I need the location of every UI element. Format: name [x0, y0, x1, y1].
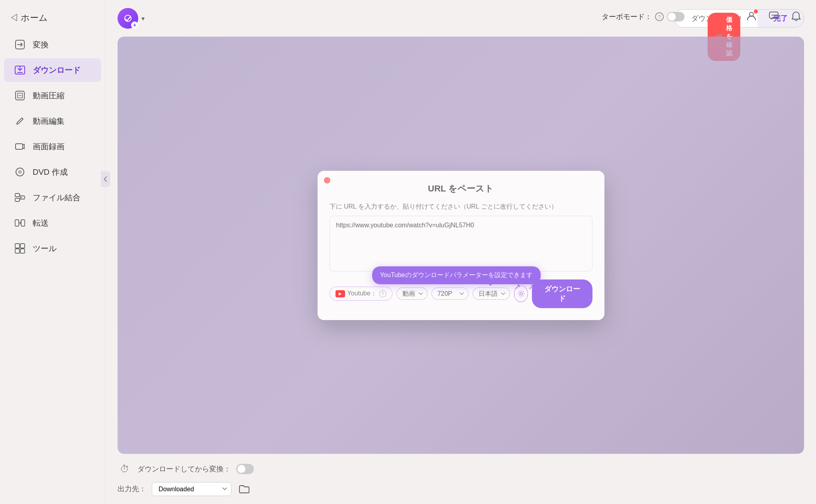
- sidebar-item-tools[interactable]: ツール: [4, 236, 101, 260]
- svg-point-20: [520, 293, 522, 295]
- turbo-mode-control: ターボモード： ?: [602, 12, 685, 21]
- user-notification-dot: [754, 10, 758, 14]
- folder-browse-btn[interactable]: [237, 482, 251, 496]
- sidebar-item-label: ツール: [33, 243, 57, 254]
- sidebar-item-label: 動画圧縮: [33, 90, 65, 101]
- header: + ▾ ダウンロード中 完了 ターボモード： ?: [118, 8, 804, 29]
- svg-rect-7: [15, 198, 20, 201]
- svg-point-19: [775, 15, 776, 16]
- svg-rect-10: [21, 220, 25, 226]
- sidebar-item-dvd[interactable]: DVD 作成: [4, 160, 101, 184]
- record-icon: [14, 140, 26, 153]
- svg-point-17: [772, 15, 773, 16]
- compress-icon: [14, 89, 26, 102]
- svg-rect-12: [20, 244, 25, 248]
- user-icon-btn[interactable]: [743, 8, 759, 24]
- add-plus-icon: +: [131, 21, 138, 29]
- svg-rect-14: [20, 249, 25, 253]
- youtube-icon: [335, 290, 345, 297]
- language-select[interactable]: 日本語 英語 中国語: [473, 287, 510, 300]
- platform-help-icon[interactable]: ?: [379, 290, 386, 297]
- modal-description: 下に URL を入力するか、貼り付けてください（URL ごとに改行してください）: [330, 203, 592, 211]
- main-content: 🛒 価格を確認: [106, 0, 816, 504]
- download-icon: [14, 64, 26, 76]
- bottom-bar: ⏱ ダウンロードしてから変換： 出力先： Downloaded Desktop …: [118, 462, 804, 496]
- modal-backdrop: URL をペースト 下に URL を入力するか、貼り付けてください（URL ごと…: [118, 37, 804, 454]
- sidebar-item-label: 変換: [33, 39, 49, 50]
- modal-title: URL をペースト: [330, 183, 592, 195]
- tools-icon: [14, 242, 26, 255]
- svg-rect-11: [15, 244, 20, 248]
- turbo-mode-label: ターボモード：: [602, 12, 652, 21]
- sidebar-item-download[interactable]: ダウンロード: [4, 58, 101, 82]
- quality-select[interactable]: 720P 1080P 480P 360P: [432, 287, 469, 300]
- url-input[interactable]: [330, 216, 592, 272]
- convert-after-label: ダウンロードしてから変換：: [137, 464, 231, 474]
- sidebar-collapse-btn[interactable]: [101, 171, 110, 187]
- sidebar-item-label: DVD 作成: [33, 167, 68, 178]
- svg-rect-3: [16, 144, 23, 149]
- output-folder-select[interactable]: Downloaded Desktop Documents: [152, 482, 231, 496]
- dvd-icon: [14, 166, 26, 178]
- edit-icon: [14, 115, 26, 127]
- sidebar-item-edit[interactable]: 動画編集: [4, 109, 101, 133]
- media-type-select[interactable]: 動画 音声: [396, 287, 428, 300]
- content-area: URL をペースト 下に URL を入力するか、貼り付けてください（URL ごと…: [118, 37, 804, 454]
- svg-point-5: [19, 171, 21, 173]
- sidebar-item-convert[interactable]: 変換: [4, 33, 101, 57]
- svg-rect-13: [15, 249, 20, 253]
- sidebar-item-compress[interactable]: 動画圧縮: [4, 84, 101, 107]
- platform-label: Youtube： ?: [330, 287, 392, 301]
- output-dest-label: 出力先：: [118, 484, 146, 494]
- header-left: + ▾: [118, 8, 145, 29]
- svg-rect-6: [15, 193, 20, 197]
- platform-name: Youtube：: [347, 289, 377, 298]
- clock-icon: ⏱: [118, 462, 132, 476]
- bg-card: URL をペースト 下に URL を入力するか、貼り付けてください（URL ごと…: [118, 37, 804, 454]
- sidebar: ◁ ホーム 変換 ダウンロード 動画圧縮: [0, 0, 106, 504]
- merge-icon: [14, 191, 26, 204]
- turbo-toggle[interactable]: [667, 12, 685, 21]
- url-paste-modal: URL をペースト 下に URL を入力するか、貼り付けてください（URL ごと…: [318, 171, 604, 320]
- sidebar-item-label: 画面録画: [33, 141, 65, 152]
- output-row: 出力先： Downloaded Desktop Documents: [118, 482, 804, 496]
- sidebar-item-record[interactable]: 画面録画: [4, 135, 101, 158]
- tooltip-arrow-right-icon: ↗: [528, 282, 535, 291]
- sidebar-item-label: ダウンロード: [33, 65, 80, 76]
- modal-close-btn[interactable]: [324, 177, 330, 184]
- sidebar-home[interactable]: ◁ ホーム: [0, 8, 105, 32]
- dropdown-arrow-icon[interactable]: ▾: [141, 15, 145, 22]
- convert-toggle-knob: [237, 465, 245, 473]
- chat-icon-btn[interactable]: [766, 8, 782, 24]
- header-icons: 🛒 価格を確認: [743, 8, 804, 24]
- notification-icon-btn[interactable]: [788, 8, 804, 24]
- convert-toggle[interactable]: [236, 464, 254, 474]
- convert-row: ⏱ ダウンロードしてから変換：: [118, 462, 804, 476]
- sidebar-item-label: ファイル結合: [33, 192, 80, 203]
- svg-point-18: [773, 15, 775, 16]
- download-btn[interactable]: ダウンロード: [532, 279, 592, 308]
- svg-rect-9: [15, 220, 19, 226]
- add-download-btn[interactable]: +: [118, 8, 138, 29]
- sidebar-item-label: 動画編集: [33, 116, 65, 127]
- sidebar-item-transfer[interactable]: 転送: [4, 211, 101, 235]
- transfer-icon: [14, 217, 26, 229]
- toggle-knob: [668, 13, 676, 21]
- convert-icon: [14, 38, 26, 51]
- svg-point-4: [16, 168, 24, 176]
- turbo-help-icon[interactable]: ?: [655, 12, 664, 21]
- sidebar-item-label: 転送: [33, 218, 49, 229]
- sidebar-item-merge[interactable]: ファイル結合: [4, 186, 101, 209]
- tooltip-arrow-left-icon: ↗: [514, 282, 521, 291]
